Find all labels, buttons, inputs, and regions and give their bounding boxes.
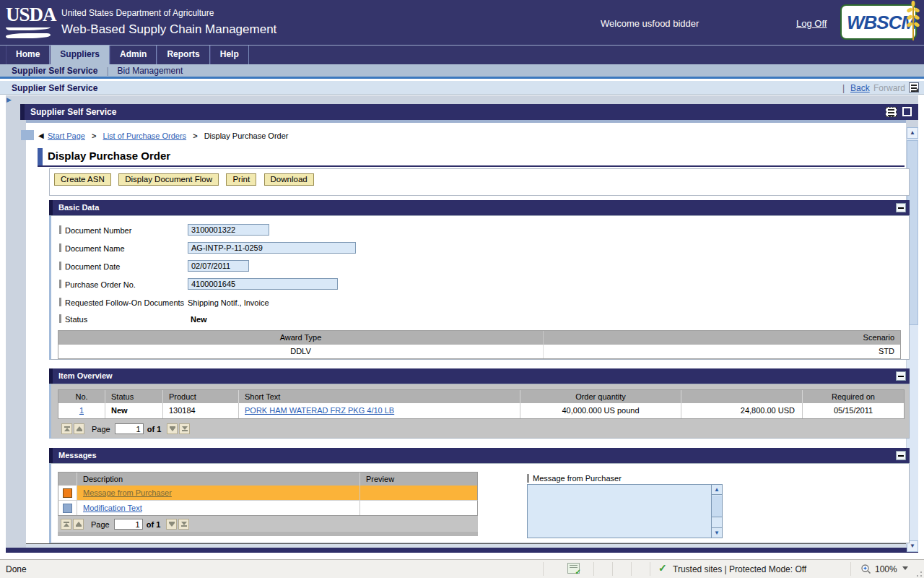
purchase-order-no-field[interactable]: [188, 278, 338, 290]
textarea-scrollbar[interactable]: ▲ ▼: [711, 485, 722, 538]
basic-data-title: Basic Data: [58, 203, 99, 212]
row-selector-cell[interactable]: [58, 501, 77, 515]
item-no-link[interactable]: 1: [79, 406, 84, 415]
pager-first-page-button[interactable]: [61, 423, 72, 434]
message-row-selected[interactable]: Message from Purchaser: [58, 486, 478, 501]
document-date-field[interactable]: [188, 260, 249, 272]
zoom-magnifier-icon[interactable]: [860, 564, 872, 575]
textarea-scroll-up-icon[interactable]: ▲: [712, 485, 722, 495]
messages-table: Description Preview Message from Purchas…: [58, 472, 478, 516]
tab-admin[interactable]: Admin: [110, 46, 157, 64]
follow-on-documents-value: Shipping Notif., Invoice: [188, 298, 269, 307]
collapse-section-icon[interactable]: [896, 371, 906, 381]
forward-link: Forward: [873, 83, 905, 93]
textarea-scroll-thumb[interactable]: [712, 496, 722, 517]
pager-previous-page-button[interactable]: [73, 519, 84, 530]
field-marker: [527, 474, 529, 483]
tab-suppliers[interactable]: Suppliers: [50, 46, 110, 64]
messages-title: Messages: [58, 451, 97, 460]
collapse-section-icon[interactable]: [896, 203, 906, 212]
basic-data-header: Basic Data: [49, 200, 910, 215]
maximize-icon[interactable]: [902, 107, 912, 116]
breadcrumb-back-icon[interactable]: ◀: [38, 131, 44, 139]
award-type-header: Award Type: [58, 331, 544, 345]
row-selector-cell[interactable]: [58, 486, 77, 500]
field-marker: [59, 280, 61, 288]
award-table-header: Award Type Scenario: [58, 331, 900, 345]
usda-logo-swoosh: [6, 27, 51, 30]
tab-reports[interactable]: Reports: [157, 46, 209, 64]
panel-options-icon[interactable]: [886, 107, 897, 117]
collapse-section-icon[interactable]: [896, 451, 906, 460]
pager-page-input[interactable]: [115, 423, 144, 434]
document-date-label: Document Date: [65, 262, 120, 271]
document-number-label: Document Number: [65, 226, 131, 235]
app-bottom-bar: [6, 548, 918, 553]
breadcrumb-list-of-purchase-orders[interactable]: List of Purchase Orders: [103, 131, 187, 140]
history-menu-icon[interactable]: [909, 82, 919, 92]
col-product[interactable]: Product: [163, 390, 239, 403]
pager-next-page-button[interactable]: [167, 423, 178, 434]
modification-text-link[interactable]: Modification Text: [83, 504, 142, 512]
textarea-scroll-down-icon[interactable]: ▼: [712, 527, 722, 538]
col-order-quantity[interactable]: Order quantity: [520, 390, 681, 403]
col-preview[interactable]: Preview: [360, 473, 477, 486]
breadcrumb-marker: [21, 130, 34, 140]
col-status[interactable]: Status: [105, 390, 163, 403]
col-required-on[interactable]: Required on: [803, 390, 904, 403]
pager-next-page-button[interactable]: [166, 519, 177, 530]
section-title: Supplier Self Service: [12, 83, 97, 93]
breadcrumb-start-page[interactable]: Start Page: [48, 131, 85, 140]
statusbar-separator: [612, 562, 613, 576]
pager-of-label: of 1: [147, 520, 161, 529]
zoom-dropdown-icon[interactable]: [902, 566, 908, 570]
pager-of-label: of 1: [147, 425, 162, 434]
item-overview-table: No. Status Product Short Text Order quan…: [58, 389, 905, 419]
pager-first-page-button[interactable]: [61, 519, 71, 530]
subnav-divider: |: [106, 66, 108, 76]
pager-previous-page-button[interactable]: [74, 423, 84, 434]
row-icon: [63, 504, 72, 513]
message-row[interactable]: Modification Text: [58, 501, 478, 516]
print-button[interactable]: Print: [226, 173, 256, 186]
pager-page-input[interactable]: [114, 519, 143, 530]
panel-expander-icon[interactable]: ▶: [6, 96, 12, 103]
security-zone-text[interactable]: Trusted sites | Protected Mode: Off: [673, 564, 806, 574]
document-number-field[interactable]: [188, 224, 269, 236]
message-from-purchaser-link[interactable]: Message from Purchaser: [83, 488, 172, 497]
page-title-accent: [38, 148, 43, 165]
scroll-up-button[interactable]: ▲: [907, 127, 918, 139]
top-banner: USDA United States Department of Agricul…: [0, 0, 924, 45]
wbscm-application-window: USDA United States Department of Agricul…: [0, 0, 924, 578]
item-product: 130184: [163, 403, 239, 418]
item-status: New: [105, 403, 163, 418]
status-label: Status: [65, 315, 87, 324]
display-document-flow-button[interactable]: Display Document Flow: [118, 173, 219, 186]
subnav-supplier-self-service[interactable]: Supplier Self Service: [12, 66, 97, 76]
usda-logo: USDA: [6, 4, 53, 41]
col-no[interactable]: No.: [58, 390, 105, 403]
zoom-level-text[interactable]: 100%: [875, 564, 897, 574]
tab-help[interactable]: Help: [210, 46, 249, 64]
subnav-bid-management[interactable]: Bid Management: [118, 66, 183, 76]
compatibility-view-icon[interactable]: ✓: [567, 563, 580, 574]
tab-home[interactable]: Home: [6, 46, 50, 64]
department-line: United States Department of Agriculture: [61, 8, 214, 18]
log-off-link[interactable]: Log Off: [796, 18, 827, 29]
col-description[interactable]: Description: [77, 473, 360, 486]
nav-separator: |: [842, 83, 845, 93]
item-short-text-link[interactable]: PORK HAM WATERAD FRZ PKG 4/10 LB: [245, 406, 394, 415]
create-asn-button[interactable]: Create ASN: [54, 173, 111, 186]
pager-last-page-button[interactable]: [178, 519, 189, 530]
col-amount[interactable]: [681, 390, 803, 403]
pager-last-page-button[interactable]: [179, 423, 190, 434]
message-detail-textarea[interactable]: ▲ ▼: [527, 484, 723, 538]
message-preview-cell: [360, 486, 477, 500]
status-text: Done: [6, 564, 27, 574]
field-marker: [59, 314, 61, 323]
back-link[interactable]: Back: [850, 83, 870, 93]
download-button[interactable]: Download: [264, 173, 314, 186]
col-short-text[interactable]: Short Text: [239, 390, 520, 403]
application-title: Web-Based Supply Chain Management: [61, 22, 276, 37]
document-name-field[interactable]: [188, 242, 356, 254]
